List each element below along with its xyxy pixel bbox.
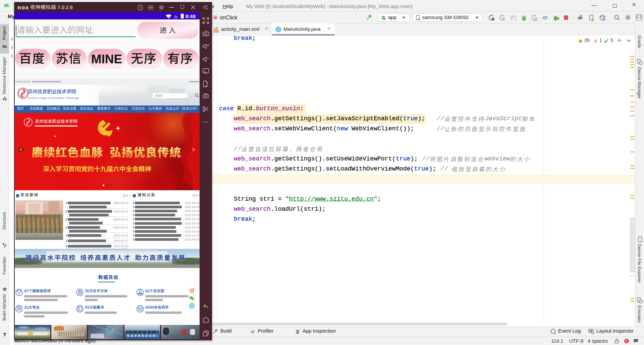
svg-text:A: A (502, 17, 504, 21)
svg-text:C: C (277, 27, 280, 32)
svg-text:<>: <> (214, 29, 218, 32)
svg-text:APK: APK (205, 85, 209, 87)
svg-text:?: ? (140, 6, 142, 10)
